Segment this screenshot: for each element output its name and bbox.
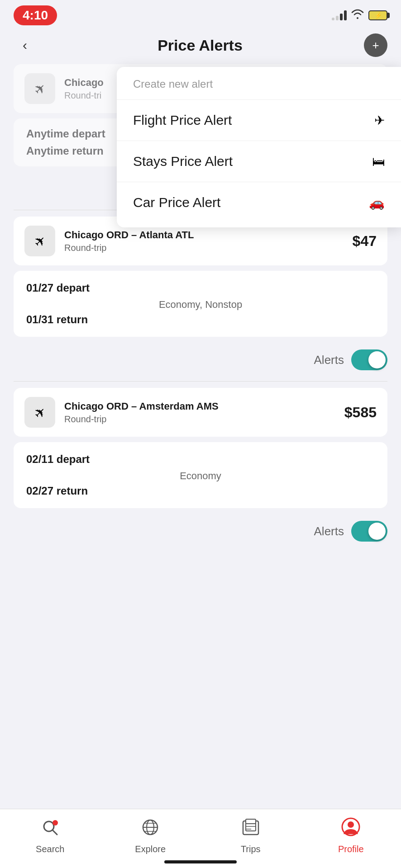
alert-3-depart: 02/11 depart (26, 453, 375, 466)
alert-2-price: $47 (353, 233, 377, 250)
alert-3-price: $585 (344, 404, 377, 421)
alert-2-return: 01/31 return (26, 313, 375, 326)
flight-alert-label: Flight Price Alert (133, 113, 232, 128)
search-label: Search (36, 844, 64, 854)
alert-3-info: Chicago ORD – Amsterdam AMS Round-trip (64, 401, 335, 425)
back-arrow-icon: ‹ (23, 38, 27, 53)
alert-3-return: 02/27 return (26, 485, 375, 497)
first-alert-info: Chicago Round-tri (64, 77, 104, 101)
svg-point-14 (348, 821, 354, 828)
flight-icon-box-3: ✈ (24, 397, 55, 428)
plane-icon-2: ✈ (30, 231, 49, 250)
alert-2-toggle[interactable] (351, 349, 387, 370)
trips-icon (242, 817, 259, 840)
profile-label: Profile (338, 844, 364, 854)
alert-3-type: Round-trip (64, 414, 335, 425)
alert-2-cabin: Economy, Nonstop (26, 299, 375, 311)
car-alert-icon: 🚗 (369, 195, 385, 210)
plane-icon-1: ✈ (30, 79, 49, 98)
create-alert-dropdown: Create new alert Flight Price Alert ✈ St… (117, 67, 401, 227)
alert-2-toggle-row: Alerts (14, 343, 387, 379)
add-alert-button[interactable]: + (364, 33, 387, 57)
flight-alert-icon: ✈ (374, 113, 385, 128)
alert-2-type: Round-trip (64, 243, 344, 253)
stays-alert-option[interactable]: Stays Price Alert 🛏 (117, 141, 401, 182)
explore-label: Explore (135, 844, 166, 854)
alert-3-toggle[interactable] (351, 521, 387, 542)
flight-icon-box-1: ✈ (24, 73, 55, 104)
stays-alert-label: Stays Price Alert (133, 154, 233, 169)
dropdown-header: Create new alert (117, 76, 401, 99)
alert-3-toggle-row: Alerts (14, 514, 387, 551)
page-title: Price Alerts (158, 37, 243, 54)
divider-2 (14, 381, 387, 382)
back-button[interactable]: ‹ (14, 34, 36, 57)
search-icon (42, 819, 59, 840)
profile-icon (341, 817, 360, 840)
status-icons: ⚡ (332, 9, 387, 22)
alert-3-dates-card: 02/11 depart Economy 02/27 return (14, 442, 387, 508)
car-alert-label: Car Price Alert (133, 195, 220, 210)
alert-2-dates-card: 01/27 depart Economy, Nonstop 01/31 retu… (14, 271, 387, 337)
nav-profile[interactable]: Profile (324, 817, 378, 854)
stays-alert-icon: 🛏 (372, 154, 385, 169)
plus-icon: + (372, 39, 379, 51)
alert-3-cabin: Economy (26, 470, 375, 482)
flight-alert-option[interactable]: Flight Price Alert ✈ (117, 100, 401, 141)
status-bar: 4:10 ⚡ (0, 0, 401, 29)
alert-3-route: Chicago ORD – Amsterdam AMS (64, 401, 335, 412)
battery-icon: ⚡ (368, 10, 387, 20)
header: ‹ Price Alerts + (0, 29, 401, 64)
plane-icon-3: ✈ (30, 403, 49, 422)
alert-2-info: Chicago ORD – Atlanta ATL Round-trip (64, 229, 344, 253)
signal-bars-icon (332, 10, 347, 20)
nav-explore[interactable]: Explore (123, 818, 177, 854)
trips-label: Trips (241, 844, 261, 854)
globe-icon (141, 818, 159, 840)
first-alert-route: Chicago (64, 77, 104, 89)
svg-line-1 (53, 830, 57, 835)
alert-2-depart: 01/27 depart (26, 282, 375, 294)
nav-search[interactable]: Search (23, 819, 77, 854)
alert-2-route: Chicago ORD – Atlanta ATL (64, 229, 344, 241)
alert-3-alerts-label: Alerts (314, 524, 344, 538)
nav-trips[interactable]: Trips (224, 817, 278, 854)
flight-icon-box-2: ✈ (24, 226, 55, 256)
wifi-icon (351, 9, 364, 22)
svg-point-2 (53, 820, 58, 826)
bottom-nav: Search Explore Trips (0, 809, 401, 868)
home-indicator (164, 860, 237, 863)
first-alert-type: Round-tri (64, 90, 104, 101)
alert-2-alerts-label: Alerts (314, 353, 344, 367)
car-alert-option[interactable]: Car Price Alert 🚗 (117, 182, 401, 223)
alert-3-header[interactable]: ✈ Chicago ORD – Amsterdam AMS Round-trip… (14, 388, 387, 437)
status-time: 4:10 (14, 5, 57, 25)
